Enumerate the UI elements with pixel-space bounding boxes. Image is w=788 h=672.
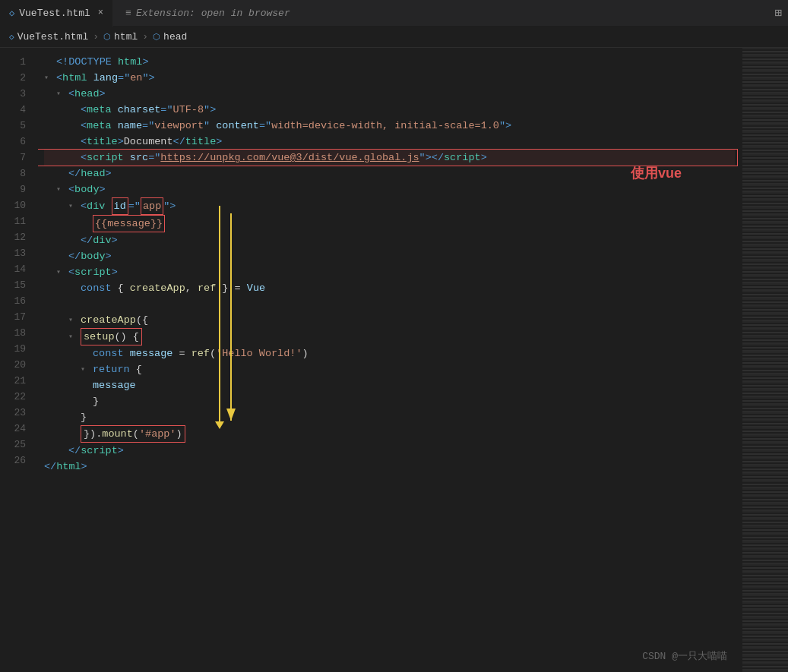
code-line-25: </script> (44, 443, 735, 459)
watermark: CSDN @一只大喵喵 (642, 649, 727, 663)
code-line-13: </body> (44, 248, 735, 264)
collapse-14[interactable] (56, 264, 68, 280)
breadcrumb: ◇ VueTest.html › ⬡ html › ⬡ head (0, 27, 788, 48)
code-line-1: <!DOCTYPE html> (44, 54, 735, 70)
breadcrumb-sep1: › (93, 31, 99, 43)
minimap-preview (742, 48, 788, 672)
code-line-4: <meta charset="UTF-8"> (44, 102, 735, 118)
breadcrumb-head-icon: ⬡ (153, 32, 160, 42)
extension-tab[interactable]: ≡ Extension: open in browser (113, 0, 302, 27)
code-line-19: const message = ref('Hello World!') (44, 345, 735, 361)
collapse-17[interactable] (68, 312, 81, 328)
code-line-6: <title>Document</title> (44, 134, 735, 150)
code-line-18: setup() { (44, 328, 735, 345)
code-line-10: <div id="app"> (44, 197, 735, 215)
code-line-15: const { createApp, ref } = Vue (44, 280, 735, 296)
collapse-9[interactable] (56, 181, 68, 197)
code-line-3: <head> (44, 86, 735, 102)
breadcrumb-sep2: › (142, 31, 148, 43)
tab-close-button[interactable]: × (98, 8, 103, 18)
code-line-11: {{message}} (44, 215, 735, 232)
annotation-use-vue: 使用vue (631, 166, 682, 181)
code-line-5: <meta name="viewport" content="width=dev… (44, 118, 735, 134)
breadcrumb-file-icon: ◇ (9, 32, 14, 42)
collapse-20[interactable] (81, 361, 93, 377)
active-tab[interactable]: ◇ VueTest.html × (0, 0, 113, 27)
breadcrumb-html[interactable]: ⬡ html (103, 31, 138, 43)
code-line-24: }).mount('#app') (44, 425, 735, 443)
minimap (742, 48, 788, 672)
code-line-22: } (44, 393, 735, 409)
code-line-12: </div> (44, 232, 735, 248)
tab-filename: VueTest.html (19, 8, 90, 19)
code-line-7: <script src="https://unpkg.com/vue@3/dis… (44, 150, 735, 166)
code-line-26: </html> (44, 459, 735, 475)
code-line-23: } (44, 409, 735, 425)
code-line-21: message (44, 377, 735, 393)
code-editor[interactable]: 1 2 3 4 5 6 7 8 9 10 11 12 13 14 15 16 1… (0, 48, 788, 672)
extension-icon: ≡ (125, 8, 131, 19)
layout-icon[interactable]: ⊞ (774, 7, 782, 21)
tab-file-icon: ◇ (9, 8, 14, 19)
code-line-14: <script> (44, 264, 735, 280)
code-line-16 (44, 296, 735, 312)
code-lines[interactable]: <!DOCTYPE html> <html lang="en"> <head> … (38, 48, 788, 672)
line-numbers: 1 2 3 4 5 6 7 8 9 10 11 12 13 14 15 16 1… (0, 48, 38, 672)
extension-label: Extension: open in browser (136, 8, 290, 19)
code-line-9: <body> (44, 181, 735, 197)
breadcrumb-html-icon: ⬡ (103, 32, 111, 42)
code-line-17: createApp({ (44, 312, 735, 328)
code-line-20: return { (44, 361, 735, 377)
collapse-18[interactable] (68, 329, 81, 345)
code-line-2: <html lang="en"> (44, 70, 735, 86)
collapse-3[interactable] (56, 86, 68, 102)
collapse-2[interactable] (44, 70, 56, 86)
tab-bar: ◇ VueTest.html × ≡ Extension: open in br… (0, 0, 788, 27)
collapse-10[interactable] (68, 198, 81, 214)
breadcrumb-head[interactable]: ⬡ head (153, 31, 187, 43)
breadcrumb-file[interactable]: ◇ VueTest.html (9, 31, 88, 43)
